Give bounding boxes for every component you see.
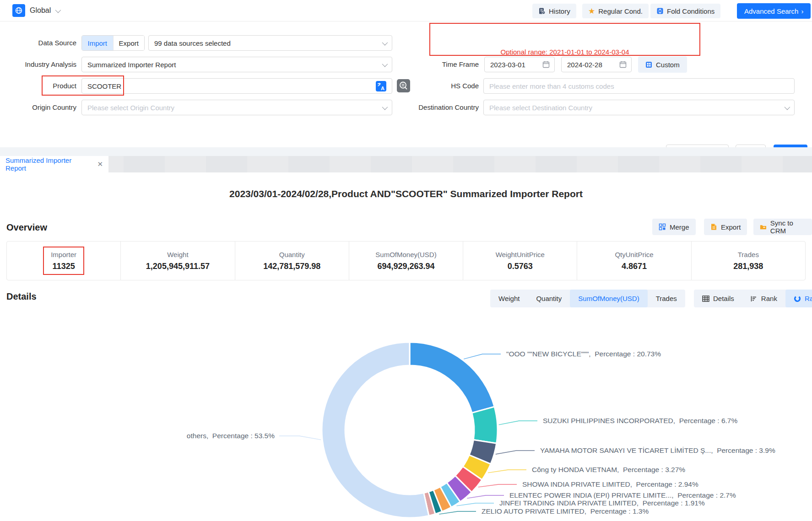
chevron-right-icon: › (801, 8, 803, 15)
pie-leader-line (488, 470, 526, 473)
optional-range-text: Optional range: 2021-01-01 to 2024-03-04 (429, 48, 700, 56)
chevron-down-icon (785, 104, 790, 110)
pie-label: JINFEI TRADING INDIA PRIVATE LIMITED, Pe… (499, 499, 705, 507)
export-button[interactable]: Export (704, 219, 747, 235)
custom-range-button[interactable]: Custom (638, 56, 687, 73)
data-sources-select[interactable]: 99 data sources selected (148, 35, 392, 51)
region-selector[interactable]: Global (12, 4, 60, 17)
product-label: Product (0, 78, 76, 94)
pie-label: SUZUKI PHILIPPINES INCORPORATED, Percent… (543, 417, 737, 424)
fold-conditions-label: Fold Conditions (667, 7, 715, 15)
calendar-icon (619, 61, 627, 68)
merge-button[interactable]: Merge (652, 219, 696, 235)
pie-slice[interactable] (410, 342, 494, 413)
hs-code-input[interactable] (483, 78, 795, 94)
sync-to-crm-button[interactable]: Sync to CRM (753, 219, 812, 235)
data-source-toggle: Import Export (81, 35, 145, 51)
chevron-down-icon (382, 104, 388, 110)
advanced-search-label: Advanced Search (744, 7, 798, 15)
pie-label: ZELIO AUTO PRIVATE LIMITED, Percentage :… (482, 507, 649, 515)
svg-text:A: A (381, 86, 384, 91)
origin-country-placeholder: Please select Origin Country (87, 104, 174, 112)
export-icon (710, 223, 717, 231)
stat-value: 0.5763 (508, 262, 533, 271)
search-form: Data Source Import Export 99 data source… (0, 22, 812, 146)
tab-label: Summarized Importer Report (5, 156, 91, 172)
top-bar: Global History ★ Regular Cond. Fold Cond… (0, 0, 812, 21)
pie-leader-line (467, 495, 504, 498)
sync-to-crm-label: Sync to CRM (770, 219, 806, 235)
pie-leader-line (439, 511, 476, 514)
star-icon: ★ (588, 7, 595, 15)
stat-label: QtyUnitPrice (615, 251, 653, 258)
stat-value: 694,929,263.94 (377, 262, 434, 271)
history-label: History (549, 7, 570, 15)
product-input[interactable] (81, 78, 392, 94)
history-button[interactable]: History (532, 4, 576, 18)
panel-divider-band (0, 147, 812, 156)
stat-label: Weight (167, 251, 188, 258)
pie-leader-line (279, 436, 321, 440)
custom-icon (645, 61, 652, 68)
calendar-icon (542, 61, 550, 68)
regular-cond-button[interactable]: ★ Regular Cond. (582, 4, 649, 18)
stat-value: 142,781,579.98 (263, 262, 320, 271)
history-icon (538, 7, 546, 15)
sync-crm-icon (760, 224, 767, 231)
date-to-value: 2024-02-28 (567, 61, 602, 69)
time-frame-label: Time Frame (388, 57, 479, 72)
app-window: Global History ★ Regular Cond. Fold Cond… (0, 0, 812, 521)
stat-label: WeightUnitPrice (496, 251, 545, 258)
merge-label: Merge (670, 223, 689, 231)
stat-label: Quantity (279, 251, 305, 258)
custom-range-label: Custom (656, 61, 680, 69)
industry-analysis-value: Summarized Importer Report (87, 61, 176, 69)
stat-value: 11325 (53, 262, 75, 271)
stat-label: SumOfMoney(USD) (375, 251, 436, 258)
origin-country-label: Origin Country (0, 100, 76, 115)
merge-icon (659, 223, 666, 231)
tab-export[interactable]: Export (113, 36, 145, 50)
stat-value: 1,205,945,911.57 (146, 262, 210, 271)
pie-leader-line (456, 503, 494, 506)
date-to-input[interactable]: 2024-02-28 (561, 57, 632, 72)
destination-country-label: Destination Country (388, 100, 479, 115)
translate-icon[interactable]: A (375, 81, 387, 94)
tab-summarized-importer-report[interactable]: Summarized Importer Report ✕ (0, 156, 108, 172)
pie-leader-line (499, 421, 537, 425)
date-from-value: 2023-03-01 (490, 61, 525, 69)
pie-label: YAMAHA MOTOR SANAYI VE TİCARET LİMİTED Ş… (540, 446, 775, 454)
hs-code-label: HS Code (388, 78, 479, 94)
tab-import[interactable]: Import (82, 36, 113, 50)
pie-leader-line (496, 451, 535, 454)
stat-value: 281,938 (733, 262, 763, 271)
pie-label: SHOWA INDIA PRIVATE LIMITED, Percentage … (522, 480, 698, 488)
data-sources-value: 99 data sources selected (154, 39, 231, 47)
stat-label: Importer (51, 251, 76, 258)
advanced-search-button[interactable]: Advanced Search › (737, 3, 811, 19)
chevron-down-icon (382, 39, 388, 45)
stat-label: Trades (738, 251, 759, 258)
importer-ratio-donut-chart: "OOO ""NEW BICYCLE""", Percentage : 20.7… (0, 274, 812, 521)
chevron-down-icon (382, 61, 388, 67)
pie-slice[interactable] (472, 407, 498, 443)
pie-label: others, Percentage : 53.5% (187, 432, 275, 440)
fold-conditions-button[interactable]: Fold Conditions (650, 4, 720, 18)
pie-label: ELENTEC POWER INDIA (EPI) PRIVATE LIMITE… (509, 491, 736, 499)
chevron-down-icon (55, 7, 61, 13)
origin-country-select[interactable]: Please select Origin Country (81, 100, 392, 115)
pie-leader-line (464, 354, 501, 359)
result-tab-bar: Summarized Importer Report ✕ (0, 156, 812, 172)
close-icon[interactable]: ✕ (97, 160, 103, 168)
industry-analysis-select[interactable]: Summarized Importer Report (81, 57, 392, 72)
destination-country-select[interactable]: Please select Destination Country (483, 100, 795, 115)
export-label: Export (721, 223, 741, 231)
pie-leader-line (478, 484, 517, 487)
overview-heading: Overview (6, 222, 47, 233)
pie-label: "OOO ""NEW BICYCLE""", Percentage : 20.7… (506, 350, 661, 358)
date-from-input[interactable]: 2023-03-01 (484, 57, 555, 72)
fold-conditions-icon (656, 7, 664, 15)
region-label: Global (30, 6, 51, 15)
pie-slice[interactable] (322, 342, 429, 518)
regular-cond-label: Regular Cond. (598, 7, 643, 15)
